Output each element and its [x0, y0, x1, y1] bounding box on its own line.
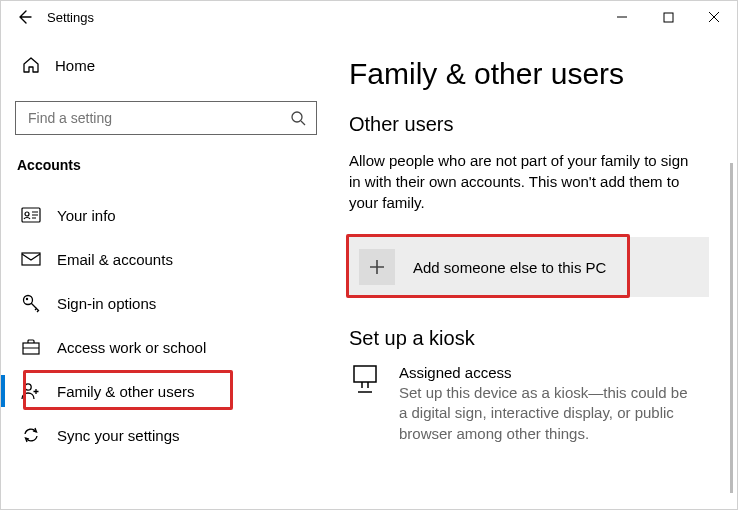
home-icon — [21, 55, 41, 75]
close-button[interactable] — [691, 1, 737, 33]
close-icon — [708, 11, 720, 23]
other-users-description: Allow people who are not part of your fa… — [349, 150, 689, 213]
plus-icon — [359, 249, 395, 285]
assigned-access-title: Assigned access — [399, 364, 699, 381]
sidebar-item-family-other-users[interactable]: Family & other users — [15, 369, 317, 413]
sidebar-item-label: Access work or school — [57, 339, 206, 356]
svg-rect-4 — [22, 253, 40, 265]
titlebar: Settings — [1, 1, 737, 33]
minimize-icon — [616, 11, 628, 23]
badge-icon — [21, 205, 41, 225]
main-panel: Family & other users Other users Allow p… — [331, 33, 737, 510]
assigned-access-description: Set up this device as a kiosk—this could… — [399, 383, 699, 444]
mail-icon — [21, 249, 41, 269]
minimize-button[interactable] — [599, 1, 645, 33]
back-button[interactable] — [7, 1, 41, 33]
people-plus-icon — [21, 381, 41, 401]
home-label: Home — [55, 57, 95, 74]
page-title: Family & other users — [349, 57, 709, 91]
svg-rect-9 — [354, 366, 376, 382]
sidebar-item-your-info[interactable]: Your info — [15, 193, 317, 237]
sidebar-item-label: Sign-in options — [57, 295, 156, 312]
home-nav[interactable]: Home — [15, 47, 317, 83]
sidebar-item-label: Sync your settings — [57, 427, 180, 444]
search-box[interactable] — [15, 101, 317, 135]
maximize-button[interactable] — [645, 1, 691, 33]
sidebar-item-signin-options[interactable]: Sign-in options — [15, 281, 317, 325]
arrow-left-icon — [16, 9, 32, 25]
maximize-icon — [663, 12, 674, 23]
other-users-heading: Other users — [349, 113, 709, 136]
svg-point-3 — [25, 212, 29, 216]
sidebar-item-label: Email & accounts — [57, 251, 173, 268]
window-title: Settings — [41, 10, 94, 25]
search-icon — [290, 110, 306, 126]
assigned-access-item[interactable]: Assigned access Set up this device as a … — [349, 364, 709, 444]
sidebar: Home Accounts Your info Email & accounts — [1, 33, 331, 510]
svg-point-6 — [26, 298, 28, 300]
scrollbar[interactable] — [730, 163, 733, 493]
svg-point-8 — [25, 384, 31, 390]
briefcase-icon — [21, 337, 41, 357]
sidebar-item-access-work-school[interactable]: Access work or school — [15, 325, 317, 369]
add-someone-label: Add someone else to this PC — [413, 259, 606, 276]
sync-icon — [21, 425, 41, 445]
add-someone-button[interactable]: Add someone else to this PC — [349, 237, 709, 297]
svg-rect-0 — [664, 13, 673, 22]
sidebar-section-heading: Accounts — [15, 157, 317, 173]
sidebar-item-sync-settings[interactable]: Sync your settings — [15, 413, 317, 457]
sidebar-item-label: Your info — [57, 207, 116, 224]
key-icon — [21, 293, 41, 313]
svg-point-1 — [292, 112, 302, 122]
sidebar-item-email-accounts[interactable]: Email & accounts — [15, 237, 317, 281]
kiosk-icon — [349, 364, 381, 394]
search-input[interactable] — [26, 109, 290, 127]
kiosk-heading: Set up a kiosk — [349, 327, 709, 350]
sidebar-item-label: Family & other users — [57, 383, 195, 400]
